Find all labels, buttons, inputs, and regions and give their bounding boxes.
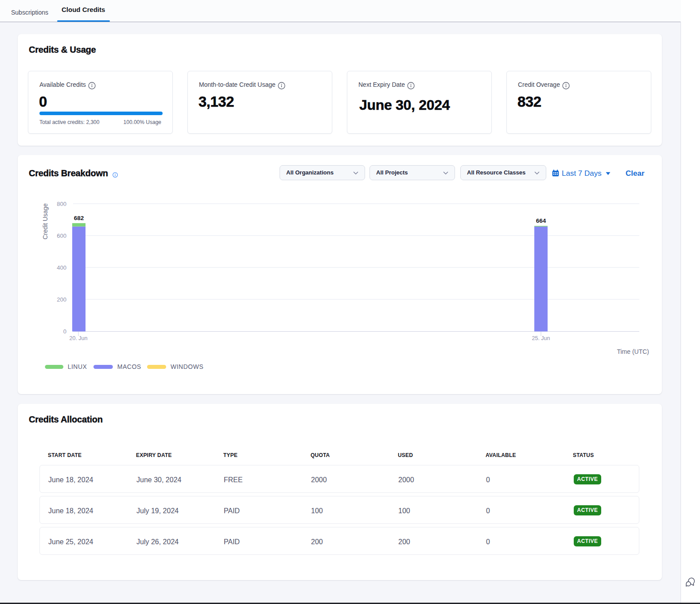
svg-text:WINDOWS: WINDOWS <box>171 363 203 370</box>
svg-text:664: 664 <box>536 217 546 224</box>
svg-text:400: 400 <box>57 264 66 271</box>
svg-text:0: 0 <box>63 328 66 335</box>
svg-text:MACOS: MACOS <box>117 363 141 370</box>
svg-text:600: 600 <box>57 232 66 239</box>
svg-text:200: 200 <box>57 296 66 303</box>
svg-text:Time (UTC): Time (UTC) <box>617 348 649 355</box>
svg-text:800: 800 <box>57 201 66 207</box>
svg-text:25. Jun: 25. Jun <box>532 335 550 341</box>
svg-text:Credit Usage: Credit Usage <box>42 203 49 240</box>
svg-text:682: 682 <box>74 215 84 221</box>
svg-text:LINUX: LINUX <box>68 363 87 370</box>
svg-text:20. Jun: 20. Jun <box>69 335 87 341</box>
